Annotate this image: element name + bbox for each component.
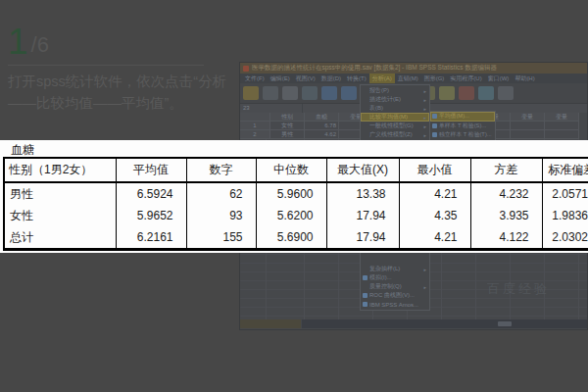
redo-icon[interactable] xyxy=(341,86,357,100)
cell-glucose[interactable]: 4.62 xyxy=(305,130,339,139)
menu-item-edit[interactable]: 编辑(E) xyxy=(268,74,293,83)
table-row-female: 女性 5.9652 93 5.6200 17.94 4.35 3.935 1.9… xyxy=(4,205,588,226)
menu-item-help[interactable]: 帮助(H) xyxy=(512,74,537,83)
menu-item-quality-control[interactable]: 质量控制(Q) xyxy=(361,282,429,291)
divider xyxy=(8,65,204,66)
row-label: 女性 xyxy=(4,205,116,226)
menu-item-analyze[interactable]: 分析(A) xyxy=(369,74,395,83)
menu-item-ibm-spss-amos[interactable]: IBM SPSS Amos... xyxy=(361,300,429,309)
weight-cases-icon[interactable] xyxy=(478,86,494,100)
undo-icon[interactable] xyxy=(321,86,337,100)
insert-variable-icon[interactable] xyxy=(439,86,455,100)
menu-item-tables[interactable]: 表(B) xyxy=(361,104,429,113)
spss-titlebar: 医学数据的描述性统计在spss中的使用.sav [数据集2] - IBM SPS… xyxy=(240,63,587,74)
one-sample-t-icon xyxy=(432,123,437,128)
menu-item-label: 表(B) xyxy=(369,104,421,113)
submenu-item-independent-samples-t-test[interactable]: 独立样本 T 检验(T)... xyxy=(430,130,495,140)
independent-t-icon xyxy=(432,132,437,137)
menu-item-label: 模拟(I)... xyxy=(369,273,426,282)
column-header-maximum: 最大值(X) xyxy=(326,158,399,182)
menu-item-general-linear-model[interactable]: 一般线性模型(G) xyxy=(361,122,429,130)
submenu-item-label: 独立样本 T 检验(T)... xyxy=(439,130,492,139)
cell-mean: 6.2161 xyxy=(116,226,186,250)
print-icon[interactable] xyxy=(282,86,298,100)
column-header-var[interactable]: 变量 xyxy=(545,113,579,122)
cell-std-deviation: 2.0571 xyxy=(542,182,588,205)
simulation-icon xyxy=(363,275,368,280)
roc-curve-icon xyxy=(363,293,368,298)
menu-item-label: 质量控制(Q) xyxy=(369,282,421,291)
spss-app-icon xyxy=(243,66,249,72)
cell-empty[interactable] xyxy=(545,122,579,130)
split-file-icon[interactable] xyxy=(459,86,474,100)
cell-empty[interactable] xyxy=(511,130,545,139)
menu-item-data[interactable]: 数据(D) xyxy=(318,74,344,83)
means-icon xyxy=(432,114,437,119)
row-number[interactable]: 1 xyxy=(240,122,270,130)
cell-empty[interactable] xyxy=(511,122,545,130)
menu-item-view[interactable]: 视图(V) xyxy=(293,74,318,83)
menu-item-reports[interactable]: 报告(P) xyxy=(361,86,429,95)
cell-sex[interactable]: 女性 xyxy=(270,122,305,130)
cell-median: 5.9600 xyxy=(256,182,326,205)
spss-window-title: 医学数据的描述性统计在spss中的使用.sav [数据集2] - IBM SPS… xyxy=(252,64,497,73)
menu-item-descriptive-statistics[interactable]: 描述统计(E) xyxy=(361,95,429,104)
instruction-line-1: 打开spss统计软件，依次点击“分析 xyxy=(8,71,253,92)
menu-item-label: 报告(P) xyxy=(369,86,421,95)
submenu-item-means[interactable]: 平均值(M)... xyxy=(430,112,495,122)
cell-n: 62 xyxy=(186,182,256,205)
value-labels-icon[interactable] xyxy=(498,86,514,100)
scrollbar-track[interactable] xyxy=(302,319,587,328)
cell-n: 155 xyxy=(186,226,256,250)
column-header-median: 中位数 xyxy=(256,158,326,182)
cell-std-deviation: 2.0302 xyxy=(542,226,588,250)
menu-item-generalized-linear-models[interactable]: 广义线性模型(Z) xyxy=(361,130,429,139)
menu-item-utilities[interactable]: 实用程序(U) xyxy=(447,74,484,83)
menu-item-simulation[interactable]: 模拟(I)... xyxy=(361,273,429,282)
tutorial-lightbox: 1 /6 打开spss统计软件，依次点击“分析 ——比较均值——平均值”。 医学… xyxy=(0,0,588,392)
menu-item-window[interactable]: 窗口(W) xyxy=(485,74,513,83)
cell-variance: 4.232 xyxy=(470,182,542,205)
instruction-line-2: ——比较均值——平均值”。 xyxy=(8,92,253,114)
row-number[interactable]: 2 xyxy=(240,130,270,139)
table-header-row: 性别（1男2女） 平均值 数字 中位数 最大值(X) 最小值 方差 标准偏差 xyxy=(4,158,588,182)
cell-empty[interactable] xyxy=(545,130,579,139)
menu-item-graphs[interactable]: 图形(G) xyxy=(421,74,448,83)
column-header-mean: 平均值 xyxy=(116,158,186,182)
open-data-icon[interactable] xyxy=(243,86,259,100)
scrollbar-left-box xyxy=(240,319,302,328)
save-icon[interactable] xyxy=(263,86,278,100)
menu-item-compare-means[interactable]: 比较平均值(M) xyxy=(361,113,429,122)
cell-variance: 4.122 xyxy=(470,226,542,250)
cell-maximum: 17.94 xyxy=(326,205,399,226)
cell-minimum: 4.21 xyxy=(399,182,470,205)
step-instruction: 打开spss统计软件，依次点击“分析 ——比较均值——平均值”。 xyxy=(8,71,253,114)
scrollbar-thumb[interactable] xyxy=(498,321,512,326)
cell-maximum: 13.38 xyxy=(326,182,399,205)
column-header-var[interactable]: 变量 xyxy=(511,113,545,122)
cell-sex[interactable]: 男性 xyxy=(270,130,305,139)
menu-item-label: 描述统计(E) xyxy=(369,95,421,104)
menu-item-transform[interactable]: 转换(T) xyxy=(344,74,369,83)
menu-item-complex-samples[interactable]: 复杂抽样(L) xyxy=(361,265,429,273)
recent-dialogs-icon[interactable] xyxy=(302,86,318,100)
amos-icon xyxy=(363,302,368,307)
menu-item-roc-curve[interactable]: ROC 曲线图(V)... xyxy=(361,291,429,300)
cell-minimum: 4.35 xyxy=(399,205,470,226)
cell-glucose[interactable]: 6.78 xyxy=(305,122,339,130)
menu-item-direct-marketing[interactable]: 直销(M) xyxy=(395,74,421,83)
horizontal-scrollbar[interactable] xyxy=(240,319,587,328)
cell-mean: 6.5924 xyxy=(116,182,186,205)
cell-maximum: 17.94 xyxy=(326,226,399,250)
cell-mean: 5.9652 xyxy=(116,205,186,226)
column-header-sex-group: 性别（1男2女） xyxy=(4,158,116,182)
grid-corner-cell[interactable] xyxy=(240,113,270,122)
column-header-glucose[interactable]: 血糖 xyxy=(305,113,339,122)
row-label: 总计 xyxy=(4,226,116,250)
column-header-sex[interactable]: 性别 xyxy=(270,113,305,122)
cell-std-deviation: 1.9836 xyxy=(542,205,588,226)
analyze-menu-top-items: 报告(P) 描述统计(E) 表(B) 比较平均值(M) 一般线性模型(G) 广义… xyxy=(361,86,429,139)
submenu-item-one-sample-t-test[interactable]: 单样本 T 检验(S)... xyxy=(430,122,495,131)
menu-item-label: 比较平均值(M) xyxy=(369,113,421,122)
menu-item-file[interactable]: 文件(F) xyxy=(242,74,268,83)
